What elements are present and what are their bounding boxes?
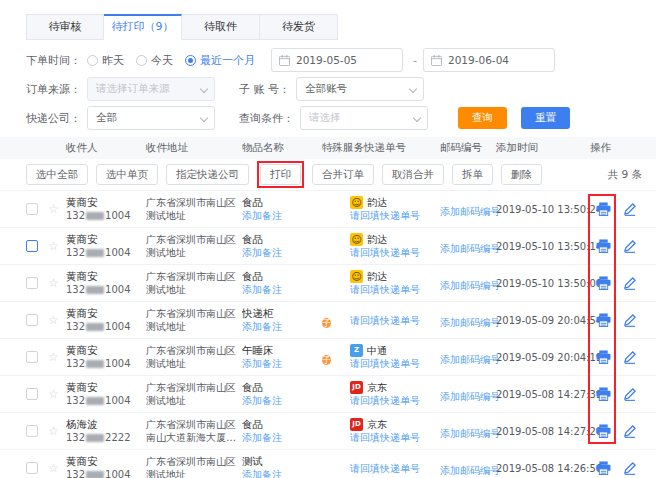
row-checkbox[interactable] bbox=[26, 425, 38, 437]
star-icon[interactable]: ☆ bbox=[48, 202, 66, 216]
item-cell: 食品 添加备注 bbox=[242, 418, 322, 444]
reset-button[interactable]: 重置 bbox=[521, 107, 570, 129]
courier-row: JD 京东 bbox=[350, 381, 440, 394]
edit-icon[interactable] bbox=[616, 421, 642, 441]
fill-tracking-link[interactable]: 请回填快递单号 bbox=[350, 394, 440, 407]
split-order-button[interactable]: 拆单 bbox=[452, 164, 493, 185]
print-button[interactable]: 打印 bbox=[260, 164, 301, 185]
edit-icon[interactable] bbox=[616, 199, 642, 219]
date-from-input[interactable]: 2019-05-05 bbox=[271, 48, 403, 72]
radio-yesterday[interactable]: 昨天 bbox=[87, 53, 124, 68]
courier-name: 韵达 bbox=[367, 270, 387, 283]
edit-icon[interactable] bbox=[616, 236, 642, 256]
star-icon[interactable]: ☆ bbox=[48, 350, 66, 364]
address-line1: 广东省深圳市南山区 bbox=[146, 270, 238, 283]
star-icon[interactable]: ☆ bbox=[48, 387, 66, 401]
add-remark-link[interactable]: 添加备注 bbox=[242, 468, 322, 478]
add-remark-link[interactable]: 添加备注 bbox=[242, 431, 322, 444]
recipient-phone: 1321004 bbox=[66, 283, 146, 296]
select-all-button[interactable]: 选中全部 bbox=[26, 164, 88, 185]
print-icon[interactable] bbox=[590, 199, 616, 219]
add-remark-link[interactable]: 添加备注 bbox=[242, 246, 322, 259]
edit-icon[interactable] bbox=[616, 310, 642, 330]
merge-orders-button[interactable]: 合并订单 bbox=[312, 164, 374, 185]
tracking-cell: JD 京东 请回填快递单号 bbox=[350, 418, 440, 444]
add-time: 2019-05-08 14:27:39 bbox=[496, 389, 590, 400]
tab-pending-review[interactable]: 待审核 bbox=[26, 14, 104, 40]
cancel-merge-button[interactable]: 取消合并 bbox=[382, 164, 444, 185]
fill-tracking-link[interactable]: 请回填快递单号 bbox=[350, 283, 440, 296]
tab-pending-print[interactable]: 待打印（9） bbox=[104, 14, 182, 40]
fill-tracking-link[interactable]: 请回填快递单号 bbox=[350, 357, 440, 370]
star-icon[interactable]: ☆ bbox=[48, 424, 66, 438]
add-remark-link[interactable]: 添加备注 bbox=[242, 283, 322, 296]
radio-label: 今天 bbox=[151, 53, 173, 68]
delete-button[interactable]: 删除 bbox=[501, 164, 542, 185]
star-icon[interactable]: ☆ bbox=[48, 239, 66, 253]
courier-logo-icon: ☺ bbox=[350, 196, 363, 209]
edit-icon[interactable] bbox=[616, 458, 642, 478]
add-postcode-link[interactable]: 添加邮码编号 bbox=[440, 243, 500, 254]
tab-pending-pickup[interactable]: 待取件 bbox=[182, 14, 260, 40]
calendar-icon bbox=[431, 55, 442, 66]
add-postcode-link[interactable]: 添加邮码编号 bbox=[440, 391, 500, 402]
fill-tracking-link[interactable]: 请回填快递单号 bbox=[350, 431, 440, 444]
item-name: 食品 bbox=[242, 233, 322, 246]
print-icon[interactable] bbox=[590, 421, 616, 441]
assign-express-button[interactable]: 指定快递公司 bbox=[166, 164, 249, 185]
add-postcode-link[interactable]: 添加邮码编号 bbox=[440, 354, 500, 365]
print-icon[interactable] bbox=[590, 273, 616, 293]
recipient-name: 黄商安 bbox=[66, 381, 146, 394]
row-checkbox[interactable] bbox=[26, 203, 38, 215]
add-postcode-link[interactable]: 添加邮码编号 bbox=[440, 280, 500, 291]
add-time: 2019-05-09 20:04:54 bbox=[496, 315, 590, 326]
fill-tracking-link[interactable]: 请回填快递单号 bbox=[350, 246, 440, 259]
add-remark-link[interactable]: 添加备注 bbox=[242, 209, 322, 222]
edit-icon[interactable] bbox=[616, 347, 642, 367]
star-icon[interactable]: ☆ bbox=[48, 313, 66, 327]
courier-logo-icon: JD bbox=[350, 381, 363, 394]
add-postcode-link[interactable]: 添加邮码编号 bbox=[440, 206, 500, 217]
fill-tracking-link[interactable]: 请回填快递单号 bbox=[350, 314, 440, 327]
row-checkbox[interactable] bbox=[26, 240, 38, 252]
express-company-select[interactable]: 全部 bbox=[87, 106, 215, 130]
fill-tracking-link[interactable]: 请回填快递单号 bbox=[350, 462, 440, 475]
date-to-value: 2019-06-04 bbox=[448, 54, 509, 66]
star-icon[interactable]: ☆ bbox=[48, 461, 66, 475]
add-postcode-link[interactable]: 添加邮码编号 bbox=[440, 465, 500, 476]
radio-last-month[interactable]: 最近一个月 bbox=[185, 53, 255, 68]
add-remark-link[interactable]: 添加备注 bbox=[242, 394, 322, 407]
add-postcode-link[interactable]: 添加邮码编号 bbox=[440, 428, 500, 439]
tab-pending-ship[interactable]: 待发货 bbox=[260, 14, 338, 40]
row-checkbox[interactable] bbox=[26, 277, 38, 289]
add-remark-link[interactable]: 添加备注 bbox=[242, 357, 322, 370]
fill-tracking-link[interactable]: 请回填快递单号 bbox=[350, 209, 440, 222]
order-source-select[interactable]: 请选择订单来源 bbox=[87, 77, 215, 101]
add-postcode-link[interactable]: 添加邮码编号 bbox=[440, 317, 500, 328]
edit-icon[interactable] bbox=[616, 384, 642, 404]
redacted-digits bbox=[86, 212, 104, 220]
courier-name: 韵达 bbox=[367, 196, 387, 209]
print-icon[interactable] bbox=[590, 347, 616, 367]
row-checkbox[interactable] bbox=[26, 314, 38, 326]
print-icon[interactable] bbox=[590, 236, 616, 256]
date-to-input[interactable]: 2019-06-04 bbox=[423, 48, 555, 72]
search-button[interactable]: 查询 bbox=[458, 107, 507, 129]
sub-account-select[interactable]: 全部账号 bbox=[296, 77, 424, 101]
edit-icon[interactable] bbox=[616, 273, 642, 293]
print-icon[interactable] bbox=[590, 458, 616, 478]
tab-bar: 待审核 待打印（9） 待取件 待发货 bbox=[26, 14, 656, 40]
select-page-button[interactable]: 选中单页 bbox=[96, 164, 158, 185]
row-checkbox[interactable] bbox=[26, 351, 38, 363]
courier-logo-icon: ☺ bbox=[350, 270, 363, 283]
row-checkbox[interactable] bbox=[26, 388, 38, 400]
query-condition-select[interactable]: 请选择 bbox=[300, 106, 428, 130]
add-remark-link[interactable]: 添加备注 bbox=[242, 320, 322, 333]
radio-today[interactable]: 今天 bbox=[136, 53, 173, 68]
date-range-separator: - bbox=[413, 54, 417, 67]
recipient-name: 黄商安 bbox=[66, 270, 146, 283]
print-icon[interactable] bbox=[590, 384, 616, 404]
print-icon[interactable] bbox=[590, 310, 616, 330]
star-icon[interactable]: ☆ bbox=[48, 276, 66, 290]
row-checkbox[interactable] bbox=[26, 462, 38, 474]
